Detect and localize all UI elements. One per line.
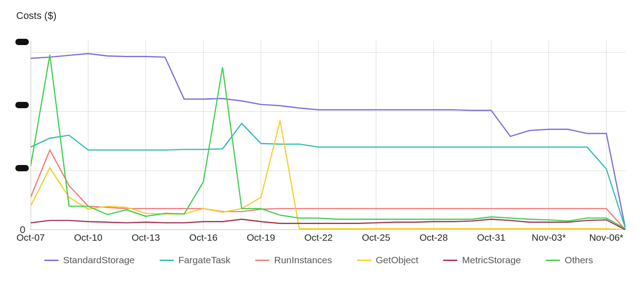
- legend-item-runinstances[interactable]: RunInstances: [255, 255, 332, 266]
- legend-item-others[interactable]: Others: [546, 255, 593, 266]
- plot-area: [31, 41, 626, 230]
- series-line-runinstances[interactable]: [31, 150, 626, 230]
- line-swatch-icon: [160, 260, 174, 261]
- cost-line-chart: Costs ($) 0 Oct-07 Oct-10 Oct-13 Oct-16 …: [0, 0, 644, 293]
- legend-label: StandardStorage: [63, 255, 135, 266]
- redacted-y-tick: [15, 39, 29, 45]
- x-tick: Nov-06*: [589, 232, 623, 243]
- legend-label: FargateTask: [178, 255, 231, 266]
- legend-item-getobject[interactable]: GetObject: [357, 255, 419, 266]
- legend-label: GetObject: [376, 255, 419, 266]
- line-swatch-icon: [546, 260, 560, 261]
- series-line-fargatetask[interactable]: [31, 124, 626, 229]
- line-swatch-icon: [44, 260, 59, 261]
- redacted-y-tick: [15, 102, 29, 108]
- x-tick: Oct-22: [304, 232, 333, 243]
- legend-item-fargatetask[interactable]: FargateTask: [160, 255, 231, 266]
- plot-svg: [31, 41, 626, 230]
- legend-label: MetricStorage: [462, 255, 521, 266]
- series-group: [31, 54, 626, 230]
- series-line-getobject[interactable]: [31, 120, 626, 230]
- x-tick: Oct-25: [362, 232, 390, 243]
- x-tick: Oct-31: [477, 232, 505, 243]
- x-tick: Oct-07: [16, 232, 45, 243]
- line-swatch-icon: [255, 260, 269, 261]
- series-line-standardstorage[interactable]: [31, 54, 626, 229]
- legend-item-metricstorage[interactable]: MetricStorage: [443, 255, 521, 266]
- legend: StandardStorage FargateTask RunInstances…: [44, 255, 621, 266]
- redacted-y-tick: [15, 165, 29, 171]
- x-tick: Oct-19: [247, 232, 275, 243]
- series-line-others[interactable]: [31, 55, 626, 229]
- x-tick: Nov-03*: [532, 232, 566, 243]
- line-swatch-icon: [443, 260, 457, 261]
- x-tick: Oct-13: [132, 232, 160, 243]
- legend-item-standardstorage[interactable]: StandardStorage: [44, 255, 135, 266]
- grid: [31, 41, 626, 230]
- x-tick: Oct-28: [420, 232, 448, 243]
- y-axis-title: Costs ($): [16, 10, 56, 22]
- legend-label: Others: [565, 255, 593, 266]
- x-tick: Oct-16: [189, 232, 218, 243]
- line-swatch-icon: [357, 260, 371, 261]
- x-tick: Oct-10: [74, 232, 102, 243]
- x-tick-labels: Oct-07 Oct-10 Oct-13 Oct-16 Oct-19 Oct-2…: [31, 232, 626, 246]
- legend-label: RunInstances: [274, 255, 332, 266]
